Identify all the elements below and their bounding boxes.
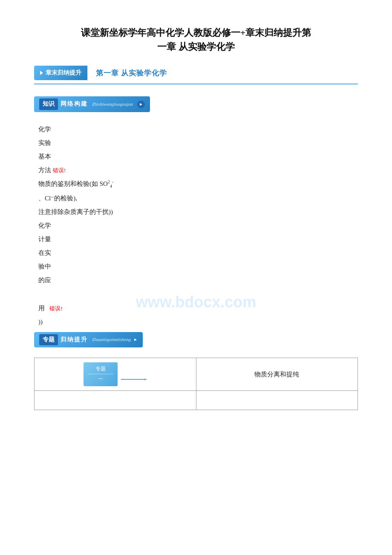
table-cell-topic-name: 物质分离和提纯 xyxy=(196,358,358,390)
chapter-title-right: 第一章 从实验学化学 xyxy=(87,67,167,79)
knowledge-pinyin: Zhishiwangluogoujan xyxy=(92,101,133,108)
content-item-apply: 的应 xyxy=(38,273,358,287)
table-row-1: 专题 一 物质分离和提纯 xyxy=(35,358,358,390)
content-item-experiment: 实验 xyxy=(38,136,358,150)
chapter-header-banner: 章末归纳提升 第一章 从实验学化学 xyxy=(34,66,358,84)
content-item-inexp2: 验中 xyxy=(38,260,358,273)
content-item-method: 方法 错误! xyxy=(38,163,358,177)
svg-marker-1 xyxy=(134,338,137,341)
topic-pinyin: Zhuantiguinatisheng xyxy=(92,336,131,344)
data-table: 专题 一 物质分离和提纯 xyxy=(34,358,358,410)
topic-section-header: 专题 归纳提升 Zhuantiguinatisheng xyxy=(34,332,143,347)
content-item-chemistry: 化学 xyxy=(38,122,358,136)
topic-summary-label: 归纳提升 xyxy=(61,335,88,344)
content-item-chemistry2: 化学 xyxy=(38,219,358,232)
content-item-use: 用 错误! xyxy=(38,301,358,315)
svg-marker-0 xyxy=(140,103,142,106)
page-title: 课堂新坐标学年高中化学人教版必修一+章末归纳提升第 一章 从实验学化学 xyxy=(34,26,358,54)
topic-label: 专题 xyxy=(39,334,58,345)
table-cell-empty-1 xyxy=(35,390,196,410)
chapter-badge-text: 章末归纳提升 xyxy=(46,68,81,78)
content-item-identify: 物质的鉴别和检验(如 SO24- xyxy=(38,177,358,191)
table-cell-blue-label: 专题 一 xyxy=(35,358,196,390)
svg-marker-3 xyxy=(144,379,147,380)
topic-arrow-icon xyxy=(133,335,138,345)
content-item-measure: 计量 xyxy=(38,232,358,246)
table-cell-empty-2 xyxy=(196,390,358,410)
triangle-icon xyxy=(40,71,43,75)
knowledge-arrow-icon xyxy=(137,101,145,108)
content-item-basic: 基本 xyxy=(38,150,358,163)
content-list: 化学 实验 基本 方法 错误! 物质的鉴别和检验(如 SO24- 、Cl⁻的检验… xyxy=(38,122,358,287)
table-row-2 xyxy=(35,390,358,410)
content-item-inexp: 在实 xyxy=(38,246,358,260)
content-item-note: 注意排除杂质离子的干扰)) xyxy=(38,205,358,219)
knowledge-label: 知识 xyxy=(39,98,58,110)
content-item-double-paren: )) xyxy=(38,315,358,329)
content-item-cl: 、Cl⁻的检验), xyxy=(38,191,358,205)
knowledge-section-header: 知识 网络构建 Zhishiwangluogoujan xyxy=(34,96,150,112)
chapter-badge: 章末归纳提升 xyxy=(34,66,87,80)
knowledge-network-label: 网络构建 xyxy=(61,99,88,109)
